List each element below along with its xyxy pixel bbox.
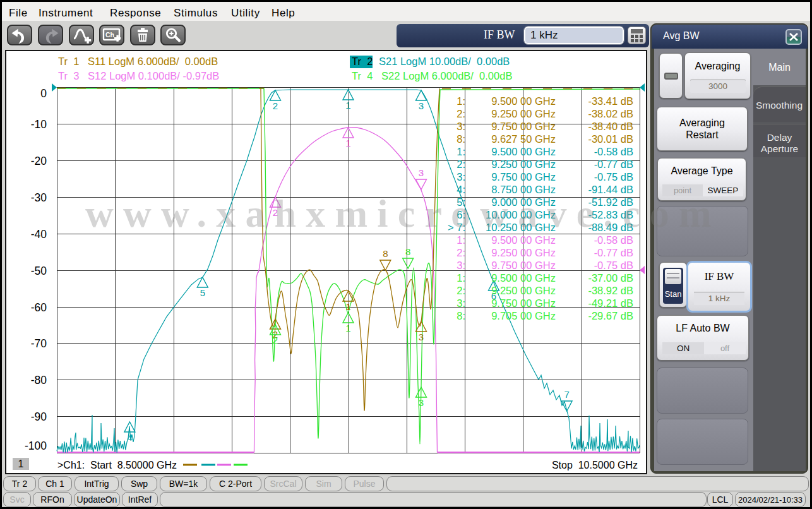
svg-text:-0.58 dB: -0.58 dB — [594, 146, 633, 157]
svg-text:3: 3 — [419, 167, 424, 178]
svg-text:3: 3 — [419, 100, 424, 111]
svg-text:8: 8 — [383, 248, 388, 259]
svg-text:2: 2 — [273, 335, 278, 345]
svg-text:9.750 00 GHz: 9.750 00 GHz — [491, 260, 556, 271]
svg-text:3:: 3: — [457, 260, 465, 271]
svg-text:-0.75 dB: -0.75 dB — [594, 171, 633, 183]
svg-text:-0.75 dB: -0.75 dB — [594, 260, 633, 271]
svg-text:9.500 00 GHz: 9.500 00 GHz — [491, 272, 556, 284]
svg-text:9.750 00 GHz: 9.750 00 GHz — [491, 171, 556, 183]
svg-text:3:: 3: — [457, 121, 465, 132]
svg-text:-30: -30 — [31, 191, 47, 204]
svg-text:-38.40 dB: -38.40 dB — [588, 121, 633, 132]
svg-text:3: 3 — [419, 397, 424, 408]
svg-text:9.750 00 GHz: 9.750 00 GHz — [491, 297, 556, 309]
svg-text:1: 1 — [18, 458, 24, 469]
svg-text:Ch: Ch — [105, 31, 114, 39]
svg-text:2:: 2: — [457, 108, 465, 119]
svg-text:8:: 8: — [457, 310, 465, 321]
svg-text:-70: -70 — [31, 337, 47, 350]
svg-text:8: 8 — [405, 246, 410, 257]
svg-text:9.500 00 GHz: 9.500 00 GHz — [491, 146, 556, 157]
svg-text:9.250 00 GHz: 9.250 00 GHz — [491, 285, 556, 296]
svg-text:9.250 00 GHz: 9.250 00 GHz — [491, 108, 556, 119]
svg-text:-38.02 dB: -38.02 dB — [588, 108, 633, 119]
svg-text:1: 1 — [345, 323, 350, 333]
svg-text:-30.01 dB: -30.01 dB — [588, 133, 633, 145]
svg-text:Tr 3 S12 LogM 0.100dB/ -0.9: Tr 3 S12 LogM 0.100dB/ -0.97dB — [58, 70, 219, 81]
svg-text:-38.92 dB: -38.92 dB — [588, 285, 633, 296]
svg-text:1:: 1: — [457, 146, 465, 157]
svg-text:-60: -60 — [31, 301, 47, 314]
svg-text:9.705 00 GHz: 9.705 00 GHz — [491, 310, 556, 321]
svg-text:-37.00 dB: -37.00 dB — [588, 272, 633, 284]
svg-text:-20: -20 — [31, 155, 47, 167]
svg-text:Tr 2: Tr 2 — [352, 56, 373, 67]
svg-text:Tr 1 S11 LogM 6.000dB/ 0.0: Tr 1 S11 LogM 6.000dB/ 0.00dB — [58, 56, 218, 67]
svg-text:-33.41 dB: -33.41 dB — [588, 95, 633, 107]
svg-text:-50: -50 — [31, 265, 47, 277]
svg-text:-10: -10 — [31, 118, 47, 131]
svg-text:S21 LogM 10.00dB/ 0.00dB: S21 LogM 10.00dB/ 0.00dB — [379, 56, 510, 67]
svg-text:9.627 50 GHz: 9.627 50 GHz — [491, 133, 556, 145]
svg-text:9.750 00 GHz: 9.750 00 GHz — [491, 121, 556, 132]
svg-text:3: 3 — [419, 332, 424, 342]
svg-text:4: 4 — [127, 432, 132, 443]
svg-text:-90: -90 — [31, 410, 47, 423]
svg-text:2: 2 — [273, 100, 278, 111]
svg-text:7: 7 — [564, 389, 569, 400]
svg-text:-80: -80 — [31, 374, 47, 386]
svg-text:9.500 00 GHz: 9.500 00 GHz — [491, 95, 556, 107]
svg-text:2:: 2: — [457, 285, 465, 296]
svg-text:1: 1 — [345, 301, 350, 312]
svg-text:Stop 10.5000 GHz: Stop 10.5000 GHz — [552, 460, 638, 470]
svg-text:3:: 3: — [457, 297, 465, 309]
svg-text:-49.21 dB: -49.21 dB — [588, 297, 633, 309]
svg-text:-0.77 dB: -0.77 dB — [594, 159, 633, 170]
svg-text:9.250 00 GHz: 9.250 00 GHz — [491, 247, 556, 258]
svg-text:8:: 8: — [457, 133, 465, 145]
svg-text:1: 1 — [345, 100, 350, 111]
svg-text:-100: -100 — [25, 440, 47, 452]
svg-text:Tr 4 S22 LogM 6.000dB/ 0.0: Tr 4 S22 LogM 6.000dB/ 0.00dB — [352, 70, 512, 81]
svg-text:2:: 2: — [457, 159, 465, 170]
svg-text:-29.67 dB: -29.67 dB — [588, 310, 633, 321]
svg-text:1:: 1: — [457, 95, 465, 107]
svg-text:3:: 3: — [457, 171, 465, 183]
svg-text:-40: -40 — [31, 228, 47, 241]
svg-text:1:: 1: — [457, 272, 465, 284]
svg-text:>Ch1: Start 8.50000 GHz: >Ch1: Start 8.50000 GHz — [57, 460, 177, 470]
svg-text:-0.77 dB: -0.77 dB — [594, 247, 633, 258]
svg-text:2:: 2: — [457, 247, 465, 258]
svg-text:9.250 00 GHz: 9.250 00 GHz — [491, 159, 556, 170]
svg-text:0: 0 — [40, 87, 47, 100]
svg-text:5: 5 — [200, 287, 205, 298]
svg-text:1: 1 — [345, 138, 350, 148]
